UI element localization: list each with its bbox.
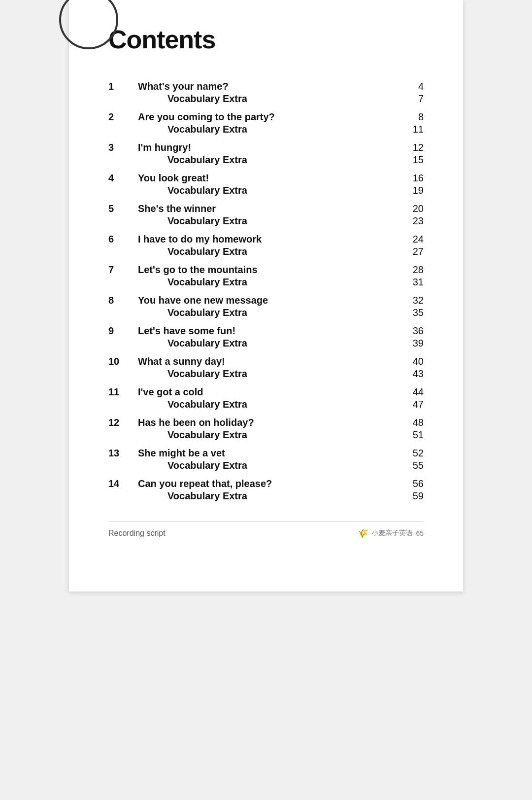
entry-num: 7 bbox=[108, 262, 138, 277]
vocab-empty bbox=[108, 368, 138, 384]
entry-title: She might be a vet bbox=[138, 446, 404, 460]
entry-num: 6 bbox=[108, 232, 138, 246]
vocab-label: Vocabulary Extra bbox=[138, 460, 404, 476]
entry-num: 10 bbox=[108, 354, 138, 368]
entry-title: I'm hungry! bbox=[138, 140, 404, 154]
table-row: 4 You look great! 16 bbox=[108, 171, 424, 185]
table-row: 2 Are you coming to the party? 8 bbox=[108, 109, 424, 124]
vocab-empty bbox=[108, 399, 138, 415]
vocab-label: Vocabulary Extra bbox=[138, 124, 404, 140]
vocab-label: Vocabulary Extra bbox=[138, 307, 404, 323]
vocab-row: Vocabulary Extra 23 bbox=[108, 215, 424, 232]
entry-page: 48 bbox=[404, 415, 424, 429]
vocab-empty bbox=[108, 246, 138, 262]
vocab-empty bbox=[108, 124, 138, 140]
entry-title: What's your name? bbox=[138, 79, 404, 93]
table-row: 6 I have to do my homework 24 bbox=[108, 232, 424, 246]
vocab-row: Vocabulary Extra 35 bbox=[108, 307, 424, 323]
table-row: 14 Can you repeat that, please? 56 bbox=[108, 476, 424, 490]
entry-title: I've got a cold bbox=[138, 384, 404, 399]
vocab-label: Vocabulary Extra bbox=[138, 368, 404, 384]
entry-num: 12 bbox=[108, 415, 138, 429]
vocab-page: 55 bbox=[404, 460, 424, 476]
table-row: 1 What's your name? 4 bbox=[108, 79, 424, 93]
entry-page: 12 bbox=[404, 140, 424, 154]
vocab-empty bbox=[108, 215, 138, 232]
entry-page: 32 bbox=[404, 293, 424, 307]
vocab-row: Vocabulary Extra 47 bbox=[108, 399, 424, 415]
entry-title: You look great! bbox=[138, 171, 404, 185]
vocab-label: Vocabulary Extra bbox=[138, 399, 404, 415]
entry-num: 8 bbox=[108, 293, 138, 307]
vocab-label: Vocabulary Extra bbox=[138, 429, 404, 446]
table-row: 5 She's the winner 20 bbox=[108, 201, 424, 215]
entry-page: 24 bbox=[404, 232, 424, 246]
entry-num: 9 bbox=[108, 323, 138, 338]
logo-icon: 🌾 bbox=[358, 528, 368, 539]
entry-title: You have one new message bbox=[138, 293, 404, 307]
vocab-page: 59 bbox=[404, 490, 424, 507]
vocab-page: 31 bbox=[404, 277, 424, 293]
footer-brand: 小麦亲子英语 bbox=[371, 529, 413, 538]
entry-page: 16 bbox=[404, 171, 424, 185]
entry-num: 2 bbox=[108, 109, 138, 124]
vocab-page: 39 bbox=[404, 338, 424, 354]
vocab-empty bbox=[108, 460, 138, 476]
table-row: 12 Has he been on holiday? 48 bbox=[108, 415, 424, 429]
vocab-row: Vocabulary Extra 59 bbox=[108, 490, 424, 507]
entry-num: 11 bbox=[108, 384, 138, 399]
table-row: 10 What a sunny day! 40 bbox=[108, 354, 424, 368]
entry-page: 56 bbox=[404, 476, 424, 490]
vocab-empty bbox=[108, 93, 138, 109]
footer-recording-script: Recording script bbox=[108, 529, 166, 538]
footer-bar: Recording script 🌾 小麦亲子英语 65 bbox=[108, 522, 424, 539]
contents-page: Contents 1 What's your name? 4 Vocabular… bbox=[69, 0, 463, 591]
vocab-empty bbox=[108, 490, 138, 507]
vocab-empty bbox=[108, 185, 138, 201]
entry-title: Let's have some fun! bbox=[138, 323, 404, 338]
vocab-page: 11 bbox=[404, 124, 424, 140]
vocab-label: Vocabulary Extra bbox=[138, 277, 404, 293]
entry-page: 8 bbox=[404, 109, 424, 124]
table-row: 7 Let's go to the mountains 28 bbox=[108, 262, 424, 277]
vocab-row: Vocabulary Extra 51 bbox=[108, 429, 424, 446]
vocab-row: Vocabulary Extra 27 bbox=[108, 246, 424, 262]
entry-page: 28 bbox=[404, 262, 424, 277]
vocab-empty bbox=[108, 277, 138, 293]
vocab-empty bbox=[108, 154, 138, 171]
vocab-page: 7 bbox=[404, 93, 424, 109]
entry-title: She's the winner bbox=[138, 201, 404, 215]
table-row: 8 You have one new message 32 bbox=[108, 293, 424, 307]
vocab-row: Vocabulary Extra 43 bbox=[108, 368, 424, 384]
vocab-label: Vocabulary Extra bbox=[138, 338, 404, 354]
table-row: 3 I'm hungry! 12 bbox=[108, 140, 424, 154]
vocab-page: 27 bbox=[404, 246, 424, 262]
entry-page: 40 bbox=[404, 354, 424, 368]
vocab-row: Vocabulary Extra 15 bbox=[108, 154, 424, 171]
entry-page: 44 bbox=[404, 384, 424, 399]
entry-num: 5 bbox=[108, 201, 138, 215]
entry-page: 52 bbox=[404, 446, 424, 460]
entry-title: Let's go to the mountains bbox=[138, 262, 404, 277]
vocab-empty bbox=[108, 307, 138, 323]
entry-num: 13 bbox=[108, 446, 138, 460]
vocab-page: 51 bbox=[404, 429, 424, 446]
vocab-label: Vocabulary Extra bbox=[138, 154, 404, 171]
vocab-row: Vocabulary Extra 19 bbox=[108, 185, 424, 201]
vocab-empty bbox=[108, 338, 138, 354]
vocab-label: Vocabulary Extra bbox=[138, 93, 404, 109]
entry-title: Are you coming to the party? bbox=[138, 109, 404, 124]
vocab-page: 19 bbox=[404, 185, 424, 201]
entry-title: Can you repeat that, please? bbox=[138, 476, 404, 490]
vocab-page: 35 bbox=[404, 307, 424, 323]
vocab-row: Vocabulary Extra 11 bbox=[108, 124, 424, 140]
entry-num: 4 bbox=[108, 171, 138, 185]
entry-title: I have to do my homework bbox=[138, 232, 404, 246]
vocab-row: Vocabulary Extra 39 bbox=[108, 338, 424, 354]
vocab-label: Vocabulary Extra bbox=[138, 490, 404, 507]
vocab-label: Vocabulary Extra bbox=[138, 185, 404, 201]
table-row: 11 I've got a cold 44 bbox=[108, 384, 424, 399]
entry-title: What a sunny day! bbox=[138, 354, 404, 368]
page-title: Contents bbox=[108, 25, 424, 54]
contents-table: 1 What's your name? 4 Vocabulary Extra 7… bbox=[108, 79, 424, 507]
